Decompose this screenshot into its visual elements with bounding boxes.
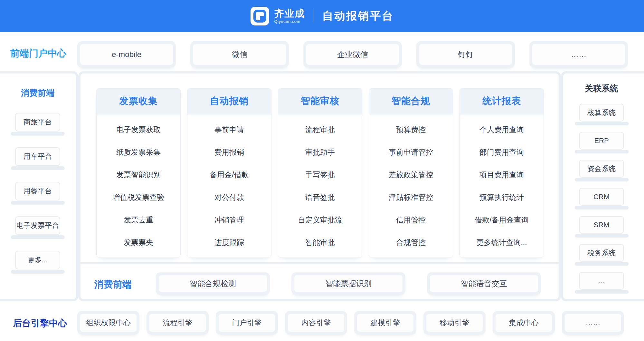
column-item: 津贴标准管控 [369, 192, 453, 202]
platform-item-label: 商旅平台 [15, 113, 60, 132]
column-body: 预算费控 事前申请管控 差旅政策管控 津贴标准管控 信用管控 合规管控 [369, 114, 453, 258]
engine-button-label: 移动引擎 [440, 318, 469, 328]
engine-button-portal[interactable]: 门户引擎 [216, 311, 278, 335]
brand-name: 齐业成 [274, 8, 305, 19]
column-statistics-reports: 统计报表 个人费用查询 部门费用查询 项目费用查询 预算执行统计 借款/备用金查… [459, 88, 544, 258]
engine-button-modeling[interactable]: 建模引擎 [354, 311, 416, 335]
engine-button-workflow[interactable]: 流程引擎 [147, 311, 209, 335]
system-item-treasury[interactable]: 资金系统 [575, 160, 629, 181]
engine-button-row: 组织权限中心 流程引擎 门户引擎 内容引擎 建模引擎 移动引擎 集成中心 …… [77, 311, 624, 335]
column-title: 发票收集 [97, 88, 180, 114]
platform-item-business-travel[interactable]: 商旅平台 [11, 113, 65, 136]
column-title: 智能审核 [278, 88, 362, 114]
laptop-base-bar [11, 235, 65, 239]
column-item: 增值税发票查验 [97, 192, 180, 202]
portal-button-more[interactable]: …… [529, 41, 628, 68]
column-title: 智能合规 [369, 88, 453, 114]
brand-logo-icon [251, 7, 269, 25]
column-title: 统计报表 [460, 88, 544, 114]
related-systems-list: 核算系统 ERP 资金系统 CRM SRM 税务系统 ... [573, 104, 630, 294]
portal-button-dingtalk[interactable]: 钉钉 [416, 41, 515, 68]
column-item: 电子发票获取 [97, 125, 180, 135]
engine-button-more[interactable]: …… [562, 311, 624, 335]
system-item-srm[interactable]: SRM [575, 216, 629, 238]
column-item: 纸质发票采集 [97, 147, 180, 157]
system-item-accounting[interactable]: 核算系统 [575, 104, 629, 125]
column-item: 对公付款 [187, 192, 271, 202]
portal-button-wechat[interactable]: 微信 [190, 41, 289, 68]
column-body: 事前申请 费用报销 备用金/借款 对公付款 冲销管理 进度跟踪 [187, 114, 271, 258]
column-item: 费用报销 [187, 147, 271, 157]
column-item: 差旅政策管控 [369, 170, 453, 180]
engine-button-integration[interactable]: 集成中心 [493, 311, 555, 335]
column-smart-compliance: 智能合规 预算费控 事前申请管控 差旅政策管控 津贴标准管控 信用管控 合规管控 [369, 88, 453, 258]
column-item: 个人费用查询 [460, 125, 544, 135]
portal-button-label: 钉钉 [458, 49, 473, 60]
laptop-base-bar [11, 270, 65, 274]
column-item: 事前申请管控 [369, 147, 453, 157]
system-item-label: CRM [579, 188, 624, 206]
platform-item-label: 电子发票平台 [15, 216, 60, 235]
engine-button-label: 建模引擎 [371, 318, 400, 328]
strip-consumer-frontend-label: 消费前端 [94, 278, 132, 291]
column-item: 自定义审批流 [278, 215, 362, 225]
brand: 齐业成 Qiyecen.com 自动报销平台 [251, 7, 394, 25]
column-title: 自动报销 [187, 88, 271, 114]
column-item: 流程审批 [278, 125, 362, 135]
column-item: 语音签批 [278, 192, 362, 202]
system-item-more[interactable]: ... [575, 272, 629, 294]
column-item: 借款/备用金查询 [460, 215, 544, 225]
capability-button-label: 智能票据识别 [325, 278, 372, 289]
page-title: 自动报销平台 [322, 9, 394, 24]
smart-capability-row: 智能合规检测 智能票据识别 智能语音交互 [156, 272, 541, 295]
brand-text: 齐业成 Qiyecen.com [274, 8, 305, 24]
engine-button-org-permission[interactable]: 组织权限中心 [77, 311, 139, 335]
feature-columns: 发票收集 电子发票获取 纸质发票采集 发票智能识别 增值税发票查验 发票去重 发… [96, 88, 544, 258]
platform-item-e-invoice[interactable]: 电子发票平台 [11, 216, 65, 239]
system-item-tax[interactable]: 税务系统 [575, 244, 629, 266]
main-panel-divider [80, 262, 559, 264]
column-item: 进度跟踪 [187, 238, 271, 248]
column-item: 发票智能识别 [97, 170, 180, 180]
brand-domain: Qiyecen.com [274, 19, 305, 24]
portal-button-wecom[interactable]: 企业微信 [303, 41, 402, 68]
system-item-crm[interactable]: CRM [575, 188, 629, 209]
engine-button-mobile[interactable]: 移动引擎 [423, 311, 486, 335]
capability-button-voice-interaction[interactable]: 智能语音交互 [427, 272, 541, 295]
column-item: 备用金/借款 [187, 170, 271, 180]
system-item-label: 税务系统 [579, 244, 624, 262]
laptop-base-bar [11, 132, 65, 136]
platform-item-label: 用餐平台 [15, 182, 60, 200]
app-header: 齐业成 Qiyecen.com 自动报销平台 [0, 0, 644, 32]
platform-item-label: 更多... [15, 251, 60, 269]
platform-item-dining[interactable]: 用餐平台 [11, 182, 65, 205]
portal-button-e-mobile[interactable]: e-mobile [77, 41, 176, 68]
column-invoice-collection: 发票收集 电子发票获取 纸质发票采集 发票智能识别 增值税发票查验 发票去重 发… [96, 88, 181, 258]
system-item-label: SRM [579, 216, 624, 234]
system-item-erp[interactable]: ERP [575, 132, 629, 153]
consumer-frontend-title: 消费前端 [9, 87, 67, 99]
portal-button-label: e-mobile [112, 50, 141, 59]
column-item: 项目费用查询 [460, 170, 544, 180]
portal-button-label: 企业微信 [337, 49, 368, 60]
capability-button-compliance-check[interactable]: 智能合规检测 [156, 272, 270, 295]
column-body: 电子发票获取 纸质发票采集 发票智能识别 增值税发票查验 发票去重 发票票夹 [97, 114, 180, 258]
laptop-base-bar [11, 201, 65, 205]
column-item: 更多统计查询... [460, 238, 544, 248]
column-item: 审批助手 [278, 147, 362, 157]
capability-button-bill-recognition[interactable]: 智能票据识别 [291, 272, 405, 295]
engine-button-label: …… [586, 318, 601, 327]
platform-item-car[interactable]: 用车平台 [11, 147, 65, 170]
engine-button-label: 门户引擎 [232, 318, 262, 328]
engine-button-label: 内容引擎 [301, 318, 331, 328]
capability-button-label: 智能语音交互 [461, 278, 507, 289]
platform-item-more[interactable]: 更多... [11, 251, 65, 274]
related-systems-title: 关联系统 [573, 83, 630, 94]
column-item: 手写签批 [278, 170, 362, 180]
backend-engine-center-label: 后台引擎中心 [13, 317, 67, 329]
engine-button-content[interactable]: 内容引擎 [285, 311, 347, 335]
page: 齐业成 Qiyecen.com 自动报销平台 前端门户中心 e-mobile 微… [0, 0, 644, 341]
system-item-label: ERP [579, 132, 624, 150]
portal-button-label: …… [571, 50, 586, 59]
column-item: 预算费控 [369, 125, 453, 135]
